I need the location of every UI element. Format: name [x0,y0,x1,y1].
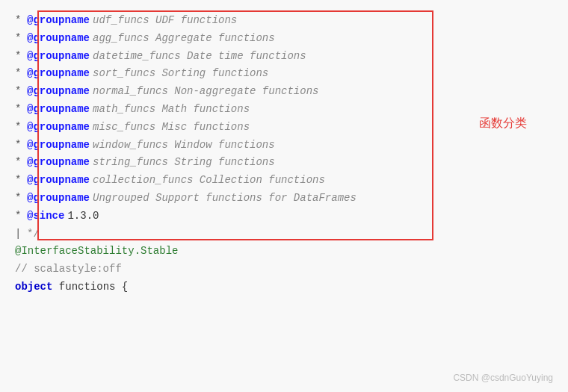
line-text: datetime_funcs Date time functions [93,48,306,66]
annotation-text: @InterfaceStability.Stable [15,243,178,261]
line-text: normal_funcs Non-aggregate functions [93,83,318,101]
close-comment: */ [27,225,40,243]
brace-open: { [115,279,128,296]
pipe-symbol: | [15,225,24,243]
table-row: * @groupname collection_funcs Collection… [15,172,553,190]
star-symbol: * [15,172,24,190]
groupname-tag: @groupname [27,190,90,208]
groupname-tag: @groupname [27,65,90,83]
space [52,279,58,296]
line-text: window_funcs Window functions [93,137,275,155]
groupname-tag: @groupname [27,12,90,30]
chinese-label: 函数分类 [479,116,527,131]
star-symbol: * [15,208,24,225]
groupname-tag: @groupname [27,154,90,172]
star-symbol: * [15,65,24,83]
since-tag: @since [27,208,64,225]
line-text: string_funcs String functions [93,154,275,172]
functions-name: functions [59,279,116,296]
comment-line: // scalastyle:off [15,261,553,279]
table-row: * @groupname normal_funcs Non-aggregate … [15,83,553,101]
since-line: * @since 1.3.0 [15,208,553,225]
line-text: math_funcs Math functions [93,101,250,119]
table-row: * @groupname string_funcs String functio… [15,154,553,172]
star-symbol: * [15,83,24,101]
table-row: * @groupname misc_funcs Misc functions [15,119,553,137]
groupname-tag: @groupname [27,48,90,66]
star-symbol: * [15,12,24,30]
table-row: * @groupname udf_funcs UDF functions [15,12,553,30]
star-symbol: * [15,48,24,66]
table-row: * @groupname sort_funcs Sorting function… [15,65,553,83]
code-container: 函数分类 * @groupname udf_funcs UDF function… [0,0,568,392]
star-symbol: * [15,101,24,119]
annotation-line: @InterfaceStability.Stable [15,243,553,261]
table-row: * @groupname Ungrouped Support functions… [15,190,553,208]
code-block: * @groupname udf_funcs UDF functions * @… [15,12,553,296]
star-symbol: * [15,30,24,48]
csdn-watermark: CSDN @csdnGuoYuying [453,373,553,383]
line-text: Ungrouped Support functions for DataFram… [93,190,356,208]
line-text: misc_funcs Misc functions [93,119,250,137]
table-row: * @groupname math_funcs Math functions [15,101,553,119]
groupname-tag: @groupname [27,83,90,101]
star-symbol: * [15,154,24,172]
line-text: sort_funcs Sorting functions [93,65,268,83]
groupname-tag: @groupname [27,101,90,119]
close-comment-line: | */ [15,225,553,243]
groupname-tag: @groupname [27,172,90,190]
version-value: 1.3.0 [67,208,99,225]
table-row: * @groupname agg_funcs Aggregate functio… [15,30,553,48]
star-symbol: * [15,190,24,208]
scalastyle-comment: // scalastyle:off [15,261,122,279]
groupname-tag: @groupname [27,119,90,137]
line-text: agg_funcs Aggregate functions [93,30,275,48]
star-symbol: * [15,119,24,137]
line-text: udf_funcs UDF functions [93,12,237,30]
table-row: * @groupname window_funcs Window functio… [15,137,553,155]
star-symbol: * [15,137,24,155]
table-row: * @groupname datetime_funcs Date time fu… [15,48,553,66]
groupname-tag: @groupname [27,137,90,155]
object-keyword: object [15,279,52,296]
groupname-tag: @groupname [27,30,90,48]
line-text: collection_funcs Collection functions [93,172,325,190]
object-line: object functions { [15,279,553,296]
